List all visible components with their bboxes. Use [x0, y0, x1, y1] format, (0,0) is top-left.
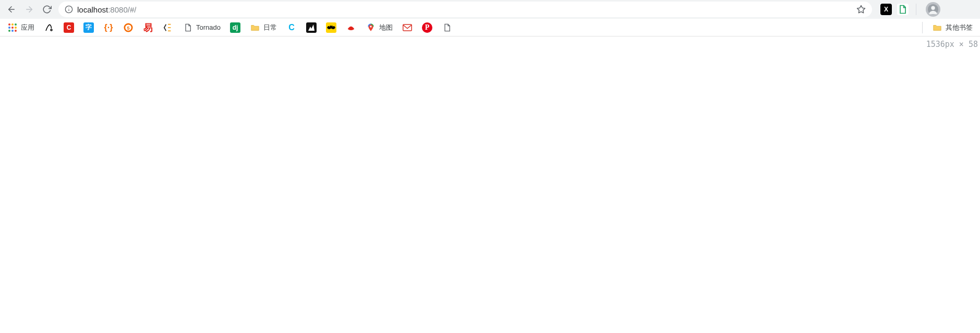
svg-point-8 [8, 23, 10, 26]
favicon-page-icon [183, 22, 193, 33]
back-button[interactable] [5, 3, 18, 16]
bookmark-tornado-label: Tornado [196, 23, 221, 31]
svg-point-14 [8, 30, 10, 32]
toolbar-divider [916, 4, 916, 15]
bookmarks-bar: 应用 C 字 {·} 5 易 Tornado dj [0, 19, 980, 36]
svg-point-10 [15, 23, 17, 26]
favicon-page-icon [442, 22, 452, 33]
svg-rect-23 [403, 24, 412, 31]
bookmark-apps[interactable]: 应用 [7, 22, 34, 33]
favicon-pinterest-icon: P [422, 22, 432, 33]
favicon-script-icon [44, 22, 54, 33]
svg-point-9 [11, 23, 14, 26]
url-text: localhost:8080/#/ [77, 5, 136, 14]
svg-point-7 [931, 6, 935, 10]
bookmark-item-13[interactable] [326, 22, 336, 33]
svg-point-4 [68, 8, 69, 8]
bookmark-item-6[interactable]: 易 [143, 22, 153, 33]
bookmark-pinterest[interactable]: P [422, 22, 432, 33]
favicon-dj-icon: dj [230, 22, 240, 33]
favicon-dj-label: dj [233, 24, 238, 31]
svg-point-15 [11, 30, 14, 32]
extension-green-icon[interactable] [897, 4, 909, 15]
address-bar[interactable]: localhost:8080/#/ [58, 2, 872, 17]
bookmark-other[interactable]: 其他书签 [932, 22, 973, 33]
reload-button[interactable] [41, 3, 53, 16]
favicon-gmail-icon [402, 22, 413, 33]
bookmark-daily-label: 日常 [263, 23, 277, 32]
bookmark-maps-label: 地图 [379, 23, 393, 32]
favicon-map-pin-icon [366, 22, 376, 33]
url-rest: :8080/#/ [108, 5, 136, 14]
bookmark-maps[interactable]: 地图 [366, 22, 393, 33]
bookmark-item-4[interactable]: {·} [103, 22, 114, 33]
dimension-readout: 1536px × 58 [926, 40, 978, 49]
extensions-group: X [880, 2, 940, 17]
extension-x-icon[interactable]: X [880, 4, 892, 15]
favicon-blue-box-icon: 字 [83, 22, 94, 33]
svg-marker-5 [857, 6, 865, 13]
favicon-batman-icon [326, 22, 336, 33]
bookmark-item-11[interactable]: C [286, 22, 297, 33]
bookmark-star-icon[interactable] [856, 5, 866, 14]
svg-point-12 [11, 27, 14, 29]
favicon-orange-circle-icon: 5 [123, 22, 134, 33]
svg-point-22 [370, 26, 371, 27]
bookmark-apps-label: 应用 [21, 23, 34, 32]
svg-point-17 [51, 29, 52, 31]
bookmark-item-7[interactable] [163, 22, 173, 33]
favicon-red-script-icon: 易 [143, 22, 153, 33]
svg-point-16 [15, 30, 17, 32]
bookmark-item-3[interactable]: 字 [83, 22, 94, 33]
site-info-icon[interactable] [65, 5, 73, 14]
forward-button[interactable] [23, 3, 35, 16]
bookmark-item-12[interactable] [306, 22, 317, 33]
bookmark-gmail[interactable] [402, 22, 413, 33]
bookmark-item-9[interactable]: dj [230, 22, 240, 33]
svg-point-11 [8, 27, 10, 29]
svg-point-13 [15, 27, 17, 29]
favicon-red-c-icon: C [64, 22, 74, 33]
url-host: localhost [77, 5, 108, 14]
svg-text:5: 5 [127, 25, 129, 30]
favicon-cyan-c-icon: C [286, 22, 297, 33]
bookmark-item-5[interactable]: 5 [123, 22, 134, 33]
bookmark-blank-page[interactable] [442, 22, 452, 33]
extension-x-label: X [884, 6, 888, 13]
folder-icon [250, 22, 260, 33]
bookmarks-divider [922, 22, 923, 33]
page-content: 1536px × 58 [0, 36, 980, 333]
apps-grid-icon [7, 22, 18, 33]
bookmark-item-14[interactable] [346, 22, 356, 33]
favicon-brackets-icon: {·} [103, 22, 114, 33]
bookmark-other-label: 其他书签 [946, 23, 973, 32]
favicon-leet-icon [163, 22, 173, 33]
bookmark-tornado[interactable]: Tornado [183, 22, 221, 33]
bookmark-item-2[interactable]: C [64, 22, 74, 33]
bookmark-daily[interactable]: 日常 [250, 22, 277, 33]
folder-icon [932, 22, 942, 33]
browser-toolbar: localhost:8080/#/ X [0, 0, 980, 19]
favicon-redhat-icon [346, 22, 356, 33]
profile-avatar-icon[interactable] [926, 2, 940, 17]
bookmark-item-1[interactable] [44, 22, 54, 33]
favicon-dark-box-icon [306, 22, 317, 33]
